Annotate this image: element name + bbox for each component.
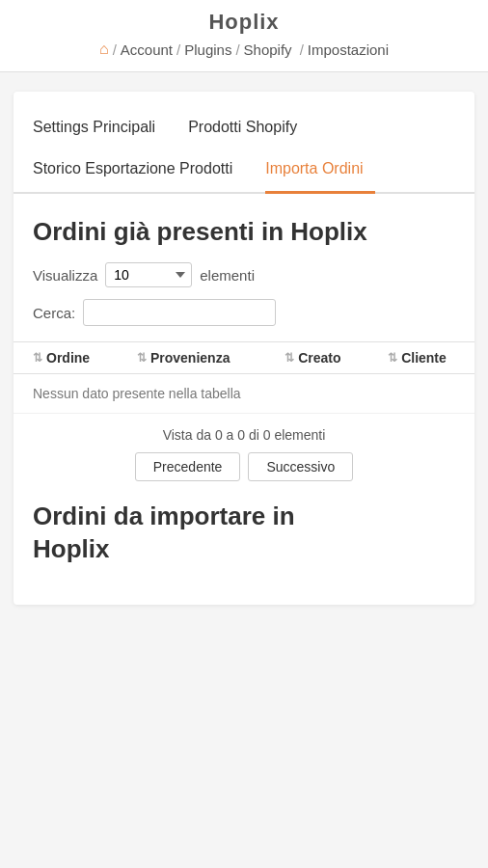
col-ordine[interactable]: ⇅ Ordine bbox=[14, 342, 118, 374]
logo: Hoplix bbox=[0, 10, 488, 35]
pagination-buttons: Precedente Successivo bbox=[14, 452, 474, 481]
breadcrumb: ⌂ / Account / Plugins / Shopify / Impost… bbox=[0, 41, 488, 58]
cerca-row: Cerca: bbox=[33, 299, 455, 326]
col-provenienza-sort-icon: ⇅ bbox=[137, 351, 147, 365]
col-creato[interactable]: ⇅ Creato bbox=[265, 342, 368, 374]
col-cliente-label: Cliente bbox=[401, 350, 447, 366]
col-ordine-sort-icon: ⇅ bbox=[33, 351, 42, 365]
main-card: Settings Principali Prodotti Shopify Sto… bbox=[14, 92, 474, 605]
table-row-empty: Nessun dato presente nella tabella bbox=[14, 374, 474, 414]
col-creato-label: Creato bbox=[298, 350, 340, 366]
tabs-nav: Settings Principali Prodotti Shopify Sto… bbox=[14, 92, 474, 194]
visualizza-select[interactable]: 10 25 50 100 bbox=[105, 262, 192, 287]
visualizza-row: Visualizza 10 25 50 100 elementi bbox=[33, 262, 455, 287]
breadcrumb-sep-1: / bbox=[113, 41, 117, 58]
section2-title: Ordini da importare in Hoplix bbox=[14, 481, 474, 576]
tab-settings[interactable]: Settings Principali bbox=[33, 109, 167, 152]
breadcrumb-plugins[interactable]: Plugins bbox=[184, 41, 231, 58]
col-provenienza-label: Provenienza bbox=[150, 350, 230, 366]
btn-successivo[interactable]: Successivo bbox=[248, 452, 353, 481]
breadcrumb-sep-3: / bbox=[235, 41, 239, 58]
table-wrapper: ⇅ Ordine ⇅ Provenienza ⇅ Creato bbox=[14, 341, 474, 414]
top-header: Hoplix ⌂ / Account / Plugins / Shopify /… bbox=[0, 0, 488, 72]
col-creato-sort-icon: ⇅ bbox=[285, 351, 294, 365]
home-icon[interactable]: ⌂ bbox=[99, 41, 109, 58]
no-data-message: Nessun dato presente nella tabella bbox=[14, 374, 474, 414]
btn-precedente[interactable]: Precedente bbox=[135, 452, 241, 481]
col-provenienza[interactable]: ⇅ Provenienza bbox=[118, 342, 265, 374]
tab-storico[interactable]: Storico Esportazione Prodotti bbox=[33, 150, 244, 194]
tab-prodotti[interactable]: Prodotti Shopify bbox=[188, 109, 309, 152]
col-ordine-label: Ordine bbox=[46, 350, 90, 366]
orders-table: ⇅ Ordine ⇅ Provenienza ⇅ Creato bbox=[14, 341, 474, 414]
visualizza-label: Visualizza bbox=[33, 267, 97, 284]
breadcrumb-sep-4: / bbox=[300, 41, 304, 58]
cerca-label: Cerca: bbox=[33, 305, 75, 321]
col-cliente-sort-icon: ⇅ bbox=[388, 351, 397, 365]
pagination-info: Vista da 0 a 0 di 0 elementi bbox=[14, 427, 474, 443]
breadcrumb-account[interactable]: Account bbox=[121, 41, 173, 58]
search-input[interactable] bbox=[83, 299, 276, 326]
breadcrumb-sep-2: / bbox=[176, 41, 180, 58]
breadcrumb-shopify[interactable]: Shopify bbox=[244, 41, 292, 58]
table-controls: Visualizza 10 25 50 100 elementi Cerca: bbox=[14, 262, 474, 326]
breadcrumb-impostazioni: Impostazioni bbox=[308, 41, 389, 58]
section1-title: Ordini già presenti in Hoplix bbox=[14, 194, 474, 262]
elementi-label: elementi bbox=[200, 267, 255, 284]
col-cliente[interactable]: ⇅ Cliente bbox=[368, 342, 474, 374]
tab-importa[interactable]: Importa Ordini bbox=[265, 150, 374, 194]
